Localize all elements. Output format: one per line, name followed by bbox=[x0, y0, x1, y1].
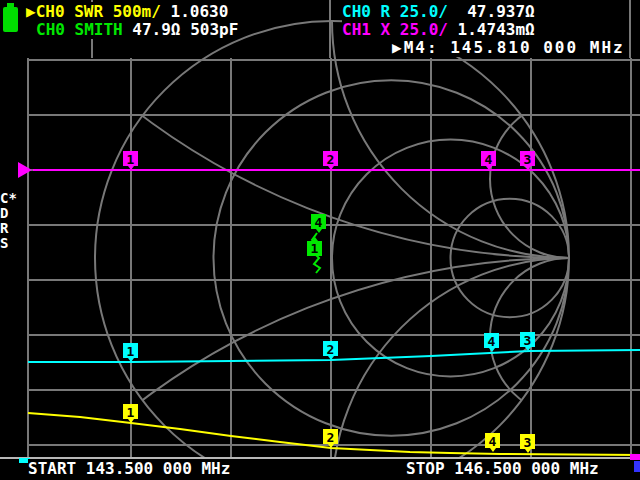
trace-label-smith[interactable]: CH0 SMITH 47.9Ω 503pF bbox=[36, 22, 238, 38]
x-label: CH1 X 25.0/ bbox=[342, 20, 448, 39]
cal-status-c: C* bbox=[0, 191, 17, 206]
reference-marker-icon bbox=[630, 454, 640, 460]
smith-chart-grid bbox=[0, 0, 640, 480]
marker-flag-number: 3 bbox=[524, 152, 532, 167]
marker-flag-number: 3 bbox=[524, 333, 532, 348]
smith-value: 47.9Ω 503pF bbox=[123, 20, 239, 39]
marker-flag-number: 3 bbox=[524, 435, 532, 450]
marker-flag-number: 2 bbox=[327, 342, 335, 357]
marker-flag-number: 4 bbox=[489, 434, 497, 449]
marker-frequency: M4: 145.810 000 MHz bbox=[404, 38, 625, 57]
reference-marker-icon bbox=[18, 162, 32, 178]
cal-status-d: D bbox=[0, 206, 17, 221]
x-value: 1.4743mΩ bbox=[448, 20, 535, 39]
start-frequency[interactable]: START 143.500 000 MHz bbox=[28, 461, 230, 477]
marker-cursor-icon: ▶ bbox=[392, 38, 404, 57]
marker-flag-number: 1 bbox=[127, 152, 135, 167]
active-marker-readout[interactable]: ▶M4: 145.810 000 MHz bbox=[392, 40, 625, 56]
marker-flag-number: 4 bbox=[488, 334, 496, 349]
trace-label-swr[interactable]: ▶CH0 SWR 500m/ 1.0630 bbox=[26, 4, 228, 20]
stop-frequency[interactable]: STOP 146.500 000 MHz bbox=[406, 461, 599, 477]
swr-value: 1.0630 bbox=[161, 2, 228, 21]
marker-flag-number: 4 bbox=[315, 215, 323, 230]
sweep-plot-area[interactable]: 12431243124341 bbox=[0, 0, 640, 480]
smith-label: CH0 SMITH bbox=[36, 20, 123, 39]
marker-flag-number: 1 bbox=[311, 241, 319, 256]
marker-flag-number: 1 bbox=[127, 405, 135, 420]
cal-status-s: S bbox=[0, 236, 17, 251]
battery-icon bbox=[3, 3, 19, 33]
battery-body bbox=[3, 7, 18, 32]
cal-status-r: R bbox=[0, 221, 17, 236]
swr-label: CH0 SWR 500m/ bbox=[36, 2, 161, 21]
r-value: 47.937Ω bbox=[448, 2, 535, 21]
cal-status-letters: C* D R S bbox=[0, 191, 17, 251]
active-trace-cursor: ▶ bbox=[26, 2, 36, 21]
marker-flag-number: 2 bbox=[327, 152, 335, 167]
trace-label-r[interactable]: CH0 R 25.0/ 47.937Ω bbox=[342, 4, 535, 20]
trace-label-x[interactable]: CH1 X 25.0/ 1.4743mΩ bbox=[342, 22, 535, 38]
marker-flag-number: 2 bbox=[327, 430, 335, 445]
reference-marker-icon bbox=[634, 461, 640, 472]
marker-flag-number: 4 bbox=[485, 152, 493, 167]
r-label: CH0 R 25.0/ bbox=[342, 2, 448, 21]
nanovna-screen: 12431243124341 ▶CH0 SWR 500m/ 1.0630 CH0… bbox=[0, 0, 640, 480]
marker-flag-number: 1 bbox=[127, 344, 135, 359]
